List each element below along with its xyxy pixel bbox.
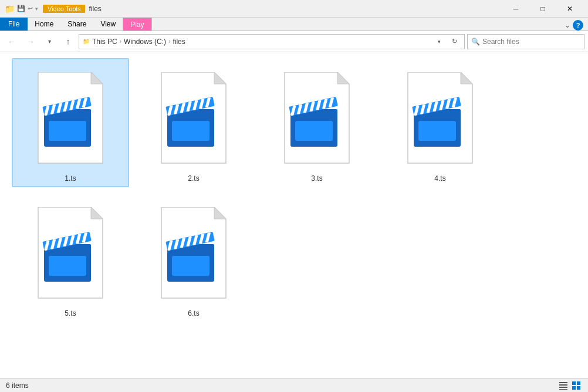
file-label: 1.ts: [65, 174, 76, 183]
view-controls: [557, 380, 582, 391]
up-button[interactable]: ↑: [60, 33, 76, 50]
forward-button[interactable]: →: [22, 33, 39, 50]
svg-rect-27: [172, 121, 209, 141]
breadcrumb-sep-2: ›: [168, 38, 170, 45]
file-area: 1.ts: [0, 52, 588, 378]
svg-rect-84: [559, 382, 567, 383]
maximize-button[interactable]: □: [529, 0, 556, 18]
search-input[interactable]: [482, 38, 580, 46]
file-icon: [26, 66, 114, 172]
title-bar: 📁 💾 ↩ ▾ Video Tools files ─ □ ✕: [0, 0, 588, 18]
minimize-button[interactable]: ─: [502, 0, 529, 18]
ribbon: File Home Share View Play ⌄ ?: [0, 18, 588, 31]
file-icon: [396, 66, 484, 172]
svg-rect-91: [577, 386, 580, 390]
view-large-icons-button[interactable]: [570, 380, 582, 391]
svg-rect-90: [572, 386, 576, 390]
title-bar-controls: ─ □ ✕: [502, 0, 583, 18]
breadcrumb-part-windows: Windows (C:): [124, 38, 166, 46]
back-button[interactable]: ←: [4, 33, 20, 50]
breadcrumb-part-files: files: [173, 38, 185, 46]
file-icon: [150, 201, 238, 307]
svg-marker-29: [337, 72, 349, 84]
svg-rect-88: [572, 381, 576, 385]
svg-rect-69: [49, 256, 86, 276]
view-details-button[interactable]: [557, 380, 569, 391]
svg-rect-87: [559, 389, 567, 390]
help-icon[interactable]: ?: [573, 20, 583, 31]
status-item-count: 6 items: [6, 381, 29, 390]
dropdown-icon: ▾: [35, 6, 38, 12]
svg-rect-89: [577, 381, 580, 385]
file-label: 3.ts: [311, 174, 322, 183]
title-text: files: [89, 5, 101, 13]
svg-marker-15: [214, 72, 226, 84]
tab-play[interactable]: Play: [123, 18, 151, 31]
svg-marker-71: [214, 207, 226, 219]
undo-icon: ↩: [28, 5, 33, 12]
list-item[interactable]: 1.ts: [12, 58, 129, 187]
list-item[interactable]: 3.ts: [258, 58, 376, 187]
tab-file[interactable]: File: [0, 18, 28, 31]
file-icon: [150, 66, 238, 172]
quick-access-icon: 💾: [17, 5, 25, 12]
tab-share[interactable]: Share: [60, 18, 93, 31]
video-tools-badge: Video Tools files: [43, 5, 102, 13]
tab-view[interactable]: View: [93, 18, 123, 31]
list-item[interactable]: 2.ts: [135, 58, 252, 187]
list-item[interactable]: 6.ts: [135, 193, 252, 322]
title-bar-icons: 📁 💾 ↩ ▾: [5, 4, 38, 13]
ribbon-tabs: File Home Share View Play ⌄ ?: [0, 18, 588, 31]
file-label: 6.ts: [188, 309, 199, 317]
status-bar: 6 items: [0, 378, 588, 392]
svg-rect-85: [559, 384, 567, 386]
chevron-icon: ⌄: [565, 21, 570, 29]
refresh-button[interactable]: ↻: [448, 35, 461, 48]
breadcrumb-part-thispc: This PC: [92, 38, 117, 46]
file-label: 2.ts: [188, 174, 199, 183]
svg-rect-55: [418, 121, 456, 141]
file-label: 5.ts: [65, 309, 76, 317]
svg-rect-13: [49, 121, 86, 141]
file-icon: [26, 201, 114, 307]
folder-icon: 📁: [5, 4, 15, 13]
address-box[interactable]: 📁 This PC › Windows (C:) › files ▾ ↻: [79, 34, 465, 49]
svg-marker-57: [91, 207, 103, 219]
main-content: 1.ts: [0, 52, 588, 378]
list-item[interactable]: 4.ts: [381, 58, 499, 187]
address-dropdown-button[interactable]: ▾: [432, 35, 445, 48]
svg-rect-83: [172, 256, 209, 276]
breadcrumb-sep-1: ›: [120, 38, 121, 45]
file-label: 4.ts: [434, 174, 445, 183]
recent-locations-button[interactable]: ▾: [41, 33, 58, 50]
breadcrumb-icon: 📁: [83, 38, 90, 45]
search-icon: 🔍: [471, 38, 480, 46]
search-box[interactable]: 🔍: [467, 34, 584, 49]
svg-rect-41: [295, 121, 333, 141]
video-tools-label: Video Tools: [43, 5, 85, 13]
svg-marker-43: [461, 72, 472, 84]
list-item[interactable]: 5.ts: [12, 193, 129, 322]
address-bar-row: ← → ▾ ↑ 📁 This PC › Windows (C:) › files…: [0, 31, 588, 52]
close-button[interactable]: ✕: [556, 0, 583, 18]
tab-home[interactable]: Home: [28, 18, 60, 31]
svg-marker-1: [91, 72, 103, 84]
file-icon: [273, 66, 361, 172]
svg-rect-86: [559, 387, 567, 388]
